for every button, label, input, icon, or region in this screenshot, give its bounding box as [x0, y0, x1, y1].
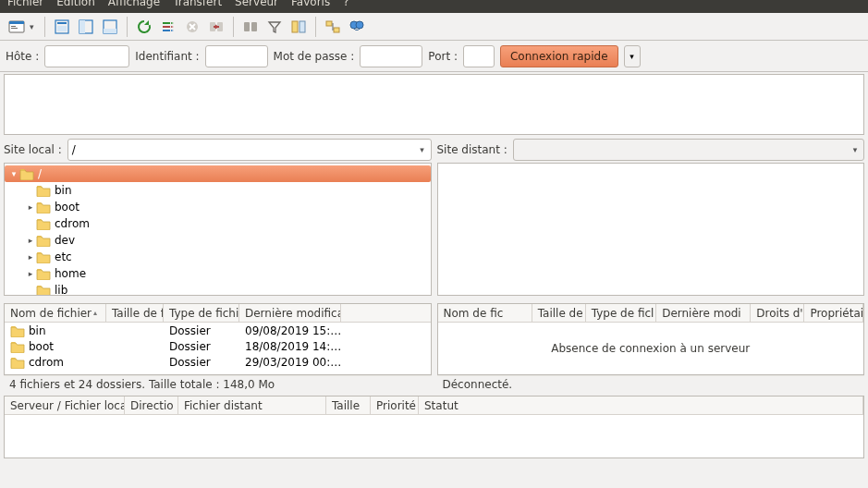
- cancel-button[interactable]: [181, 16, 203, 38]
- sync-browse-button[interactable]: [322, 16, 344, 38]
- transfer-queue[interactable]: Serveur / Fichier local Directio Fichier…: [4, 396, 864, 458]
- svg-rect-6: [57, 26, 67, 31]
- col-server[interactable]: Serveur / Fichier local: [5, 396, 125, 414]
- col-modified[interactable]: Dernière modi: [656, 304, 751, 322]
- user-label: Identifiant :: [135, 50, 199, 63]
- expander-icon[interactable]: ▸: [25, 236, 36, 245]
- col-size[interactable]: Taille de fic: [106, 304, 164, 322]
- col-name[interactable]: Nom de fichier▴: [5, 304, 106, 322]
- sitemanager-button[interactable]: [6, 16, 28, 38]
- search-button[interactable]: [346, 16, 368, 38]
- menu-help[interactable]: ?: [343, 0, 348, 8]
- user-input[interactable]: [205, 45, 268, 67]
- compare-button[interactable]: [287, 16, 310, 38]
- tree-item[interactable]: cdrom: [5, 215, 431, 232]
- menu-file[interactable]: Fichier: [7, 0, 43, 8]
- local-path-combo[interactable]: / ▾: [67, 139, 432, 161]
- list-item[interactable]: cdromDossier29/03/2019 00:…: [5, 354, 431, 370]
- remote-file-list[interactable]: Nom de fic Taille de fi Type de ficl Der…: [437, 303, 865, 375]
- expander-icon[interactable]: ▸: [25, 252, 36, 262]
- svg-rect-17: [300, 21, 305, 32]
- tree-item[interactable]: ▸boot: [5, 199, 431, 215]
- queue-tabs: [4, 460, 864, 477]
- folder-icon: [10, 340, 25, 353]
- message-log[interactable]: [4, 74, 864, 135]
- tree-item-label: etc: [55, 250, 72, 263]
- col-direction[interactable]: Directio: [125, 396, 178, 414]
- local-path-value: /: [72, 143, 76, 156]
- remote-tree[interactable]: [437, 163, 865, 296]
- list-item[interactable]: bootDossier18/08/2019 14:…: [5, 338, 431, 354]
- expander-icon[interactable]: ▸: [25, 269, 36, 278]
- local-status: 4 fichiers et 24 dossiers. Taille totale…: [4, 375, 432, 392]
- expander-icon[interactable]: ▾: [8, 169, 19, 178]
- folder-icon: [19, 167, 34, 180]
- col-permissions[interactable]: Droits d'ac: [751, 304, 804, 322]
- sort-asc-icon: ▴: [93, 309, 97, 317]
- col-owner[interactable]: Propriétair: [804, 304, 863, 322]
- col-type[interactable]: Type de ficl: [586, 304, 656, 322]
- col-size[interactable]: Taille de fi: [532, 304, 586, 322]
- port-label: Port :: [428, 50, 458, 63]
- list-item[interactable]: binDossier09/08/2019 15:…: [5, 323, 431, 338]
- svg-rect-10: [104, 29, 116, 33]
- col-qsize[interactable]: Taille: [326, 396, 371, 414]
- folder-icon: [36, 267, 51, 280]
- tree-item-label: bin: [55, 184, 72, 197]
- local-tree[interactable]: ▾/bin▸bootcdrom▸dev▸etc▸homelib: [4, 163, 432, 296]
- tree-item-label: boot: [55, 201, 79, 214]
- remote-empty-message: Absence de connexion à un serveur: [438, 323, 864, 374]
- svg-rect-15: [251, 22, 257, 31]
- svg-rect-18: [326, 21, 332, 26]
- refresh-button[interactable]: [133, 16, 155, 38]
- col-priority[interactable]: Priorité: [371, 396, 419, 414]
- svg-point-21: [356, 21, 363, 29]
- svg-rect-14: [244, 22, 250, 31]
- quickconnect-button[interactable]: Connexion rapide: [500, 45, 618, 67]
- tree-item-label: lib: [55, 284, 67, 296]
- local-file-list[interactable]: Nom de fichier▴ Taille de fic Type de fi…: [4, 303, 432, 375]
- port-input[interactable]: [463, 45, 495, 67]
- remote-path-combo[interactable]: ▾: [513, 139, 864, 161]
- tree-item-label: /: [38, 167, 42, 180]
- tree-item[interactable]: ▸dev: [5, 232, 431, 249]
- tree-item[interactable]: ▸etc: [5, 249, 431, 265]
- sitemanager-dropdown[interactable]: ▾: [30, 22, 39, 31]
- menu-server[interactable]: Serveur: [235, 0, 278, 8]
- tree-item-label: dev: [55, 234, 75, 247]
- host-input[interactable]: [44, 45, 129, 67]
- toggle-log-button[interactable]: [51, 16, 73, 38]
- pass-input[interactable]: [360, 45, 422, 67]
- tree-item-label: home: [55, 267, 86, 280]
- col-type[interactable]: Type de fichier: [164, 304, 239, 322]
- process-queue-button[interactable]: [157, 16, 179, 38]
- menu-bookmarks[interactable]: Favoris: [291, 0, 330, 8]
- menu-transfer[interactable]: Transfert: [173, 0, 222, 8]
- col-name[interactable]: Nom de fic: [438, 304, 532, 322]
- reconnect-button[interactable]: [239, 16, 262, 38]
- toggle-queue-button[interactable]: [99, 16, 121, 38]
- tree-item[interactable]: lib: [5, 282, 431, 296]
- col-status[interactable]: Statut: [419, 396, 863, 414]
- filter-button[interactable]: [263, 16, 286, 38]
- local-site-label: Site local :: [4, 143, 62, 156]
- remote-status: Déconnecté.: [437, 375, 865, 392]
- expander-icon[interactable]: ▸: [25, 202, 36, 212]
- toolbar: ▾: [0, 13, 868, 41]
- col-modified[interactable]: Dernière modifica: [239, 304, 341, 322]
- tree-item[interactable]: ▾/: [5, 165, 431, 182]
- folder-icon: [36, 201, 51, 214]
- col-remote-file[interactable]: Fichier distant: [178, 396, 326, 414]
- folder-icon: [36, 184, 51, 197]
- remote-site-label: Site distant :: [437, 143, 507, 156]
- pass-label: Mot de passe :: [274, 50, 355, 63]
- menu-view[interactable]: Affichage: [108, 0, 160, 8]
- svg-rect-3: [11, 28, 18, 29]
- tree-item[interactable]: bin: [5, 182, 431, 199]
- folder-icon: [10, 324, 25, 337]
- tree-item[interactable]: ▸home: [5, 265, 431, 282]
- quickconnect-dropdown[interactable]: ▾: [624, 45, 641, 67]
- toggle-tree-button[interactable]: [75, 16, 97, 38]
- menu-edit[interactable]: Édition: [56, 0, 95, 8]
- disconnect-button[interactable]: [205, 16, 227, 38]
